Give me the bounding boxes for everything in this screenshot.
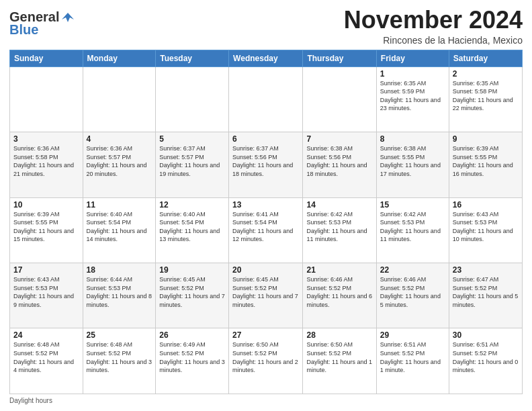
calendar-cell: 29Sunrise: 6:51 AM Sunset: 5:52 PM Dayli… — [376, 328, 449, 394]
day-number: 28 — [306, 330, 372, 340]
header: General Blue November 2024 Rincones de l… — [9, 7, 523, 46]
day-info: Sunrise: 6:40 AM Sunset: 5:54 PM Dayligh… — [159, 210, 225, 244]
calendar-cell — [156, 66, 229, 132]
calendar-cell: 2Sunrise: 6:35 AM Sunset: 5:58 PM Daylig… — [449, 66, 522, 132]
calendar-cell: 23Sunrise: 6:47 AM Sunset: 5:52 PM Dayli… — [449, 263, 522, 328]
day-number: 14 — [306, 200, 372, 210]
day-info: Sunrise: 6:47 AM Sunset: 5:52 PM Dayligh… — [453, 275, 519, 309]
calendar-cell: 21Sunrise: 6:46 AM Sunset: 5:52 PM Dayli… — [303, 263, 376, 328]
calendar-cell: 27Sunrise: 6:50 AM Sunset: 5:52 PM Dayli… — [229, 328, 303, 394]
day-number: 23 — [453, 265, 519, 275]
week-row-1: 1Sunrise: 6:35 AM Sunset: 5:59 PM Daylig… — [10, 66, 523, 132]
calendar-cell: 8Sunrise: 6:38 AM Sunset: 5:55 PM Daylig… — [376, 132, 449, 197]
location: Rincones de la Hacienda, Mexico — [344, 35, 523, 46]
calendar-cell: 9Sunrise: 6:39 AM Sunset: 5:55 PM Daylig… — [449, 132, 522, 197]
calendar: SundayMondayTuesdayWednesdayThursdayFrid… — [9, 50, 523, 394]
page: General Blue November 2024 Rincones de l… — [0, 0, 532, 411]
day-number: 16 — [453, 200, 519, 210]
day-number: 5 — [159, 134, 225, 144]
calendar-cell: 16Sunrise: 6:43 AM Sunset: 5:53 PM Dayli… — [449, 197, 522, 263]
day-number: 4 — [87, 134, 152, 144]
day-info: Sunrise: 6:38 AM Sunset: 5:56 PM Dayligh… — [306, 144, 372, 178]
col-header-monday: Monday — [83, 50, 156, 66]
day-number: 25 — [87, 330, 152, 340]
day-info: Sunrise: 6:40 AM Sunset: 5:54 PM Dayligh… — [87, 210, 152, 244]
col-header-sunday: Sunday — [10, 50, 83, 66]
calendar-cell: 12Sunrise: 6:40 AM Sunset: 5:54 PM Dayli… — [156, 197, 229, 263]
calendar-cell: 22Sunrise: 6:46 AM Sunset: 5:52 PM Dayli… — [376, 263, 449, 328]
day-info: Sunrise: 6:35 AM Sunset: 5:58 PM Dayligh… — [453, 79, 519, 113]
day-number: 20 — [232, 265, 299, 275]
calendar-cell — [303, 66, 376, 132]
day-info: Sunrise: 6:45 AM Sunset: 5:52 PM Dayligh… — [159, 275, 225, 309]
day-number: 22 — [380, 265, 445, 275]
day-number: 29 — [380, 330, 445, 340]
logo: General Blue — [9, 9, 75, 38]
day-info: Sunrise: 6:49 AM Sunset: 5:52 PM Dayligh… — [159, 340, 225, 374]
day-info: Sunrise: 6:44 AM Sunset: 5:53 PM Dayligh… — [87, 275, 152, 309]
calendar-cell — [229, 66, 303, 132]
day-info: Sunrise: 6:48 AM Sunset: 5:52 PM Dayligh… — [87, 340, 152, 374]
col-header-wednesday: Wednesday — [229, 50, 303, 66]
calendar-cell: 6Sunrise: 6:37 AM Sunset: 5:56 PM Daylig… — [229, 132, 303, 197]
week-row-3: 10Sunrise: 6:39 AM Sunset: 5:55 PM Dayli… — [10, 197, 523, 263]
day-number: 11 — [87, 200, 152, 210]
day-number: 2 — [453, 69, 519, 79]
calendar-cell — [10, 66, 83, 132]
day-number: 18 — [87, 265, 152, 275]
logo-blue-text: Blue — [9, 22, 38, 38]
day-info: Sunrise: 6:37 AM Sunset: 5:57 PM Dayligh… — [159, 144, 225, 178]
day-number: 9 — [453, 134, 519, 144]
calendar-cell: 3Sunrise: 6:36 AM Sunset: 5:58 PM Daylig… — [10, 132, 83, 197]
day-number: 13 — [232, 200, 299, 210]
day-info: Sunrise: 6:43 AM Sunset: 5:53 PM Dayligh… — [13, 275, 79, 309]
week-row-2: 3Sunrise: 6:36 AM Sunset: 5:58 PM Daylig… — [10, 132, 523, 197]
day-info: Sunrise: 6:36 AM Sunset: 5:58 PM Dayligh… — [13, 144, 79, 178]
month-title: November 2024 — [344, 7, 523, 34]
day-number: 21 — [306, 265, 372, 275]
title-block: November 2024 Rincones de la Hacienda, M… — [344, 7, 523, 46]
calendar-cell: 13Sunrise: 6:41 AM Sunset: 5:54 PM Dayli… — [229, 197, 303, 263]
day-number: 24 — [13, 330, 79, 340]
day-info: Sunrise: 6:43 AM Sunset: 5:53 PM Dayligh… — [453, 210, 519, 244]
day-number: 17 — [13, 265, 79, 275]
calendar-cell: 24Sunrise: 6:48 AM Sunset: 5:52 PM Dayli… — [10, 328, 83, 394]
calendar-cell — [83, 66, 156, 132]
day-number: 27 — [232, 330, 299, 340]
calendar-cell: 17Sunrise: 6:43 AM Sunset: 5:53 PM Dayli… — [10, 263, 83, 328]
svg-marker-0 — [62, 13, 74, 22]
footer: Daylight hours — [9, 397, 523, 404]
calendar-cell: 10Sunrise: 6:39 AM Sunset: 5:55 PM Dayli… — [10, 197, 83, 263]
day-info: Sunrise: 6:39 AM Sunset: 5:55 PM Dayligh… — [13, 210, 79, 244]
day-info: Sunrise: 6:51 AM Sunset: 5:52 PM Dayligh… — [453, 340, 519, 374]
week-row-5: 24Sunrise: 6:48 AM Sunset: 5:52 PM Dayli… — [10, 328, 523, 394]
day-number: 15 — [380, 200, 445, 210]
calendar-cell: 11Sunrise: 6:40 AM Sunset: 5:54 PM Dayli… — [83, 197, 156, 263]
day-info: Sunrise: 6:41 AM Sunset: 5:54 PM Dayligh… — [232, 210, 299, 244]
day-info: Sunrise: 6:45 AM Sunset: 5:52 PM Dayligh… — [232, 275, 299, 309]
col-header-tuesday: Tuesday — [156, 50, 229, 66]
calendar-header-row: SundayMondayTuesdayWednesdayThursdayFrid… — [10, 50, 523, 66]
footer-label: Daylight hours — [9, 397, 52, 404]
day-info: Sunrise: 6:35 AM Sunset: 5:59 PM Dayligh… — [380, 79, 445, 113]
col-header-friday: Friday — [376, 50, 449, 66]
calendar-cell: 19Sunrise: 6:45 AM Sunset: 5:52 PM Dayli… — [156, 263, 229, 328]
calendar-cell: 20Sunrise: 6:45 AM Sunset: 5:52 PM Dayli… — [229, 263, 303, 328]
day-number: 1 — [380, 69, 445, 79]
calendar-cell: 25Sunrise: 6:48 AM Sunset: 5:52 PM Dayli… — [83, 328, 156, 394]
day-info: Sunrise: 6:48 AM Sunset: 5:52 PM Dayligh… — [13, 340, 79, 374]
calendar-cell: 30Sunrise: 6:51 AM Sunset: 5:52 PM Dayli… — [449, 328, 522, 394]
day-info: Sunrise: 6:51 AM Sunset: 5:52 PM Dayligh… — [380, 340, 445, 374]
day-number: 12 — [159, 200, 225, 210]
day-number: 6 — [232, 134, 299, 144]
calendar-cell: 28Sunrise: 6:50 AM Sunset: 5:52 PM Dayli… — [303, 328, 376, 394]
calendar-cell: 14Sunrise: 6:42 AM Sunset: 5:53 PM Dayli… — [303, 197, 376, 263]
day-number: 30 — [453, 330, 519, 340]
day-info: Sunrise: 6:50 AM Sunset: 5:52 PM Dayligh… — [306, 340, 372, 374]
day-info: Sunrise: 6:50 AM Sunset: 5:52 PM Dayligh… — [232, 340, 299, 374]
calendar-cell: 26Sunrise: 6:49 AM Sunset: 5:52 PM Dayli… — [156, 328, 229, 394]
calendar-cell: 4Sunrise: 6:36 AM Sunset: 5:57 PM Daylig… — [83, 132, 156, 197]
calendar-cell: 18Sunrise: 6:44 AM Sunset: 5:53 PM Dayli… — [83, 263, 156, 328]
day-number: 10 — [13, 200, 79, 210]
day-info: Sunrise: 6:36 AM Sunset: 5:57 PM Dayligh… — [87, 144, 152, 178]
